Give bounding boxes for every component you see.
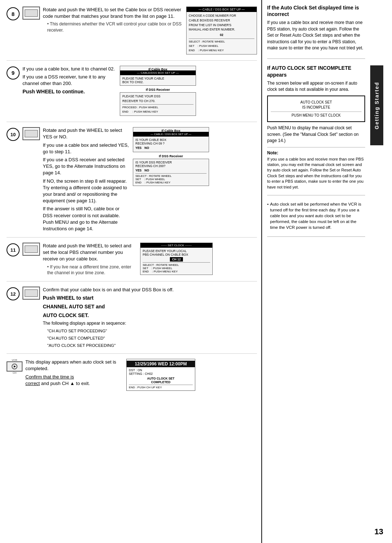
incomplete-line3: PUSH MENU TO SET CLOCK bbox=[271, 112, 362, 117]
step-10-vcr-icon bbox=[23, 127, 40, 140]
step-12-vcr-icon bbox=[23, 287, 40, 300]
sidebar-section2-title: If AUTO CLOCK SET INCOMPLETE appears bbox=[267, 65, 365, 78]
vcr-screen-10 bbox=[25, 130, 38, 137]
step-12-bold2: CHANNEL AUTO SET and bbox=[43, 303, 257, 311]
step-12-text: Confirm that your cable box is on and th… bbox=[43, 287, 257, 350]
step-11-screen: ------ SET CLOCK ------- PLEASE ENTER YO… bbox=[140, 243, 213, 275]
step-final-completed-screen: 12/25/1996 WED 12:00PM DST : ON SETTING … bbox=[126, 359, 195, 391]
step-10-dss-screen: IS YOUR DSS RECEIVER RECEIVING CH 200? Y… bbox=[133, 159, 209, 186]
step-10-row: 10 Rotate and push the WHEEL to select Y… bbox=[7, 127, 257, 238]
step-8-row: 8 Rotate and push the WHEEL to set the C… bbox=[7, 7, 257, 61]
step-9-bold: Push WHEEL to continue. bbox=[23, 88, 117, 96]
step-9-screens: If Cable Box — CABLE/DSS BOX SET UP — PL… bbox=[120, 66, 196, 118]
step-12-sequence: The following displays appear in sequenc… bbox=[43, 320, 257, 327]
step-8-screen-area: — CABLE / DSS BOX SET UP — CHOOSE A CODE… bbox=[186, 7, 257, 57]
sidebar-section-2: If AUTO CLOCK SET INCOMPLETE appears The… bbox=[267, 65, 365, 195]
incomplete-screen: AUTO CLOCK SET IS INCOMPLETE PUSH MENU T… bbox=[267, 96, 365, 122]
vcr-screen-8 bbox=[25, 9, 38, 17]
step-8-circle: 8 bbox=[7, 7, 20, 20]
step-12-row: 12 Confirm that your cable box is on and… bbox=[7, 287, 257, 354]
vcr-screen-11 bbox=[25, 246, 38, 253]
step-12-bold1: Push WHEEL to start bbox=[43, 295, 257, 302]
step-9-row: 9 If you use a cable box, tune it to cha… bbox=[7, 66, 257, 122]
step-9-line1: If you use a cable box, tune it to chann… bbox=[23, 66, 117, 72]
page-number: 13 bbox=[375, 527, 383, 536]
step-12-seq2: "CH AUTO SET COMPLETED" bbox=[43, 335, 257, 341]
sidebar-note-label: Note: bbox=[267, 150, 365, 155]
step-11-circle: 11 bbox=[7, 243, 20, 256]
sidebar-push-text: Push MENU to display the manual clock se… bbox=[267, 125, 365, 144]
sidebar-note-text: If you use a cable box and receive more … bbox=[267, 157, 365, 190]
sidebar-section-1: If the Auto Clock Set displayed time is … bbox=[267, 4, 365, 59]
step-12-line1: Confirm that your cable box is on and th… bbox=[43, 287, 257, 293]
step-9-cable-screen: If Cable Box — CABLE/DSS BOX SET UP — PL… bbox=[120, 66, 196, 86]
step-12-seq1: "CH AUTO SET PROCEEDING" bbox=[43, 328, 257, 334]
step-8-bullet: • This determines whether the VCR will c… bbox=[43, 21, 183, 33]
step-final-caption: This display appears when auto clock set… bbox=[25, 359, 123, 372]
sidebar-bullet-section: • Auto clock set will be performed when … bbox=[267, 201, 365, 237]
sidebar-section1-text: If you use a cable box and receive more … bbox=[267, 20, 365, 51]
step-11-text: Rotate and push the WHEEL to select and … bbox=[43, 243, 137, 277]
step-8-vcr-icon bbox=[23, 7, 40, 20]
page-container: 8 Rotate and push the WHEEL to set the C… bbox=[0, 0, 392, 543]
step-10-line1: Rotate and push the WHEEL to select YES … bbox=[43, 127, 130, 140]
step-10-cable-screen: If Cable Box — CABLE / DSS BOX SET UP — … bbox=[133, 127, 209, 152]
step-final-vcr-icon: VCR ▶ CH bbox=[7, 359, 23, 374]
step-10-line4: If NO, the screen in step 8 will reappea… bbox=[43, 178, 130, 204]
step-12-circle: 12 bbox=[7, 287, 20, 300]
sidebar-sep bbox=[267, 147, 365, 147]
step-8-screen: — CABLE / DSS BOX SET UP — CHOOSE A CODE… bbox=[186, 7, 257, 54]
sidebar-bullet-item: • Auto clock set will be performed when … bbox=[267, 201, 365, 230]
step-9-text: If you use a cable box, tune it to chann… bbox=[23, 66, 117, 97]
sidebar-bullet-text: Auto clock set will be performed when th… bbox=[270, 201, 365, 230]
step-11-bullet: • If you live near a different time zone… bbox=[43, 264, 137, 276]
step-10-screens: If Cable Box — CABLE / DSS BOX SET UP — … bbox=[133, 127, 209, 188]
step-11-vcr-icon bbox=[23, 243, 40, 256]
step-10-line3: If you use a DSS receiver and selected Y… bbox=[43, 157, 130, 177]
step-final-row: VCR ▶ CH This display appears when auto … bbox=[7, 359, 257, 394]
sidebar-section1-title: If the Auto Clock Set displayed time is … bbox=[267, 4, 365, 17]
step-10-line5: If the answer is still NO, cable box or … bbox=[43, 206, 130, 232]
step-8-main: Rotate and push the WHEEL to set the Cab… bbox=[43, 7, 183, 20]
incomplete-line2: IS INCOMPLETE bbox=[271, 105, 362, 109]
step-10-circle: 10 bbox=[7, 128, 20, 141]
step-11-line1: Rotate and push the WHEEL to select and … bbox=[43, 243, 137, 263]
step-9-dss-screen: PLEASE TUNE YOUR DSS RECEIVER TO CH 270.… bbox=[120, 92, 196, 116]
step-final-confirm: Confirm that the time is correct and pus… bbox=[25, 374, 123, 387]
step-final-screen-area: 12/25/1996 WED 12:00PM DST : ON SETTING … bbox=[126, 359, 195, 391]
step-final-underline1: Confirm that the time is bbox=[25, 374, 74, 380]
step-final-rest: and push CH ▲ to exit. bbox=[41, 381, 90, 386]
step-12-seq3: "AUTO CLOCK SET PROCEEDING" bbox=[43, 343, 257, 348]
step-8-text: Rotate and push the WHEEL to set the Cab… bbox=[43, 7, 183, 35]
incomplete-line1: AUTO CLOCK SET bbox=[271, 100, 362, 104]
step-final-underline2: correct bbox=[25, 381, 40, 386]
step-10-text: Rotate and push the WHEEL to select YES … bbox=[43, 127, 130, 234]
step-9-circle: 9 bbox=[7, 66, 20, 80]
step-10-line2: If you use a cable box and selected YES,… bbox=[43, 142, 130, 155]
step-9-line2: If you use a DSS receiver, tune it to an… bbox=[23, 74, 117, 87]
vcr-screen-12 bbox=[25, 289, 38, 297]
step-11-row: 11 Rotate and push the WHEEL to select a… bbox=[7, 243, 257, 281]
right-sidebar: If the Auto Clock Set displayed time is … bbox=[261, 0, 370, 543]
getting-started-tab: Getting Started bbox=[370, 65, 383, 145]
step-12-bold3: AUTO CLOCK SET. bbox=[43, 312, 257, 319]
completed-screen-time: 12/25/1996 WED 12:00PM bbox=[127, 361, 195, 367]
sidebar-section2-text1: The screen below will appear on-screen i… bbox=[267, 80, 365, 93]
main-content: 8 Rotate and push the WHEEL to set the C… bbox=[0, 0, 261, 543]
step-8-screen-header: — CABLE / DSS BOX SET UP — bbox=[187, 7, 257, 12]
step-final-text: This display appears when auto clock set… bbox=[25, 359, 123, 388]
step-11-screen-area: ------ SET CLOCK ------- PLEASE ENTER YO… bbox=[140, 243, 213, 277]
